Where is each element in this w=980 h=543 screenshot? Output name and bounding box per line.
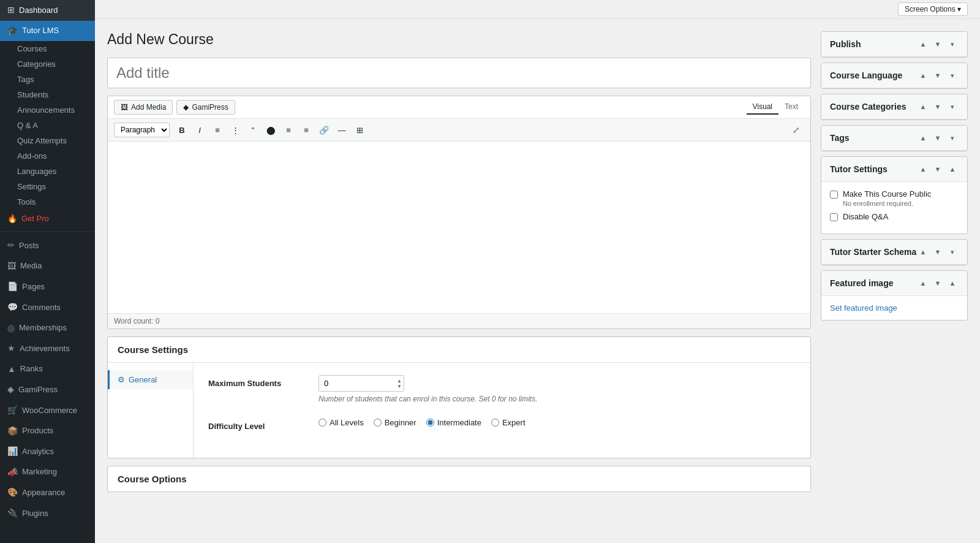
widget-tutor-starter-schema-up[interactable]: ▲ <box>917 246 929 258</box>
max-students-label: Maximum Students <box>208 375 306 388</box>
spinner-up[interactable]: ▲ <box>397 378 402 383</box>
widget-course-language-toggle[interactable]: ▾ <box>946 69 959 82</box>
align-center-button[interactable]: ≡ <box>281 122 296 138</box>
radio-beginner-input[interactable] <box>374 419 382 427</box>
gamipress-button[interactable]: ◆ GamiPress <box>176 100 235 115</box>
sidebar-item-courses[interactable]: Courses <box>0 41 95 56</box>
widget-publish-header[interactable]: Publish ▲ ▼ ▾ <box>821 32 967 57</box>
editor-content[interactable] <box>108 142 810 313</box>
disable-qna-checkbox[interactable] <box>830 213 838 221</box>
sidebar-item-tools[interactable]: Tools <box>0 194 95 210</box>
difficulty-level-label: Difficulty Level <box>208 418 306 431</box>
make-course-public-checkbox[interactable] <box>830 191 838 199</box>
radio-all-levels[interactable]: All Levels <box>318 418 364 427</box>
spinner-down[interactable]: ▼ <box>397 384 402 389</box>
sidebar-item-announcements[interactable]: Announcements <box>0 102 95 118</box>
radio-expert[interactable]: Expert <box>491 418 526 427</box>
sidebar-item-woocommerce[interactable]: 🛒 WooCommerce <box>0 400 95 421</box>
widget-featured-image-header[interactable]: Featured image ▲ ▼ ▲ <box>821 271 967 296</box>
sidebar-item-dashboard[interactable]: ⊞ Dashboard <box>0 0 95 21</box>
radio-intermediate[interactable]: Intermediate <box>426 418 481 427</box>
sidebar-item-marketing[interactable]: 📣 Marketing <box>0 462 95 483</box>
screen-options-button[interactable]: Screen Options ▾ <box>898 2 968 16</box>
widget-tags-header[interactable]: Tags ▲ ▼ ▾ <box>821 126 967 151</box>
widget-tutor-settings-down[interactable]: ▼ <box>932 163 944 175</box>
set-featured-image-link[interactable]: Set featured image <box>830 303 897 313</box>
cs-tab-general[interactable]: ⚙ General <box>108 370 193 389</box>
align-left-button[interactable]: ⬤ <box>263 122 279 138</box>
expand-button[interactable]: ⤢ <box>788 122 804 138</box>
widget-tutor-settings: Tutor Settings ▲ ▼ ▲ Make This Course Pu… <box>821 156 968 234</box>
horizontal-rule-button[interactable]: ― <box>334 122 350 138</box>
sidebar-item-students[interactable]: Students <box>0 87 95 102</box>
max-students-input[interactable] <box>318 375 404 392</box>
blockquote-button[interactable]: " <box>245 122 261 138</box>
widget-tutor-settings-up[interactable]: ▲ <box>917 163 929 175</box>
radio-beginner[interactable]: Beginner <box>374 418 417 427</box>
widget-publish-collapse-up[interactable]: ▲ <box>917 38 929 50</box>
widget-tutor-starter-schema-down[interactable]: ▼ <box>932 246 944 258</box>
widget-course-language-up[interactable]: ▲ <box>917 69 929 82</box>
sidebar-item-categories[interactable]: Categories <box>0 56 95 72</box>
widget-featured-image-up[interactable]: ▲ <box>917 277 929 289</box>
tab-text[interactable]: Text <box>778 100 804 115</box>
sidebar-item-plugins[interactable]: 🔌 Plugins <box>0 503 95 524</box>
widget-tutor-settings-header[interactable]: Tutor Settings ▲ ▼ ▲ <box>821 157 967 182</box>
add-media-button[interactable]: 🖼 Add Media <box>114 100 173 115</box>
align-right-button[interactable]: ≡ <box>298 122 314 138</box>
pages-icon: 📄 <box>7 281 18 293</box>
widget-featured-image-down[interactable]: ▼ <box>932 277 944 289</box>
widget-course-categories-toggle[interactable]: ▾ <box>946 101 959 113</box>
posts-icon: ✏ <box>7 240 15 252</box>
sidebar-item-settings[interactable]: Settings <box>0 179 95 194</box>
sidebar-item-ranks[interactable]: ▲ Ranks <box>0 359 95 380</box>
sidebar-item-analytics[interactable]: 📊 Analytics <box>0 441 95 462</box>
widget-tutor-starter-schema-toggle[interactable]: ▾ <box>946 246 959 258</box>
tab-visual[interactable]: Visual <box>747 100 778 115</box>
widget-featured-image-toggle[interactable]: ▲ <box>946 277 959 289</box>
radio-intermediate-input[interactable] <box>426 419 434 427</box>
sidebar-item-products[interactable]: 📦 Products <box>0 421 95 442</box>
italic-button[interactable]: I <box>192 122 208 138</box>
sidebar-item-appearance[interactable]: 🎨 Appearance <box>0 482 95 503</box>
widget-publish-toggle[interactable]: ▾ <box>946 38 959 50</box>
widget-tags-down[interactable]: ▼ <box>932 132 944 144</box>
sidebar-item-quiz-attempts[interactable]: Quiz Attempts <box>0 133 95 148</box>
sidebar-item-gamipress[interactable]: ◆ GamiPress <box>0 379 95 400</box>
sidebar-item-pages[interactable]: 📄 Pages <box>0 276 95 297</box>
sidebar-item-comments[interactable]: 💬 Comments <box>0 297 95 318</box>
sidebar-item-media[interactable]: 🖼 Media <box>0 256 95 277</box>
link-button[interactable]: 🔗 <box>316 122 332 138</box>
sidebar-item-languages[interactable]: Languages <box>0 164 95 179</box>
widget-tutor-starter-schema-header[interactable]: Tutor Starter Schema ▲ ▼ ▾ <box>821 240 967 265</box>
widget-publish-collapse-down[interactable]: ▼ <box>932 38 944 50</box>
comments-icon: 💬 <box>7 302 18 314</box>
ordered-list-button[interactable]: ⋮ <box>227 122 243 138</box>
course-title-input[interactable] <box>107 58 811 88</box>
sidebar-item-tags[interactable]: Tags <box>0 72 95 87</box>
sidebar-item-add-ons[interactable]: Add-ons <box>0 148 95 164</box>
widget-course-categories-down[interactable]: ▼ <box>932 101 944 113</box>
unordered-list-button[interactable]: ≡ <box>209 122 225 138</box>
radio-all-levels-input[interactable] <box>318 419 326 427</box>
right-sidebar: Publish ▲ ▼ ▾ Course Language ▲ ▼ ▾ <box>821 31 968 531</box>
bold-button[interactable]: B <box>174 122 190 138</box>
widget-tutor-settings-toggle[interactable]: ▲ <box>946 163 959 175</box>
paragraph-select[interactable]: Paragraph <box>114 123 170 137</box>
sidebar-item-get-pro[interactable]: 🔥 Get Pro <box>0 210 95 227</box>
widget-course-categories-header[interactable]: Course Categories ▲ ▼ ▾ <box>821 94 967 120</box>
sidebar-item-memberships[interactable]: ◎ Memberships <box>0 318 95 339</box>
table-button[interactable]: ⊞ <box>352 122 368 138</box>
sidebar-item-tutor-lms[interactable]: 🎓 Tutor LMS <box>0 21 95 42</box>
sidebar-divider <box>0 231 95 232</box>
widget-course-categories-up[interactable]: ▲ <box>917 101 929 113</box>
widget-tags-controls: ▲ ▼ ▾ <box>917 132 959 144</box>
widget-course-language-header[interactable]: Course Language ▲ ▼ ▾ <box>821 63 967 88</box>
sidebar-item-achievements[interactable]: ★ Achievements <box>0 338 95 359</box>
widget-tags-toggle[interactable]: ▾ <box>946 132 959 144</box>
widget-tags-up[interactable]: ▲ <box>917 132 929 144</box>
sidebar-item-qna[interactable]: Q & A <box>0 118 95 133</box>
radio-expert-input[interactable] <box>491 419 499 427</box>
widget-course-language-down[interactable]: ▼ <box>932 69 944 82</box>
sidebar-item-posts[interactable]: ✏ Posts <box>0 235 95 256</box>
